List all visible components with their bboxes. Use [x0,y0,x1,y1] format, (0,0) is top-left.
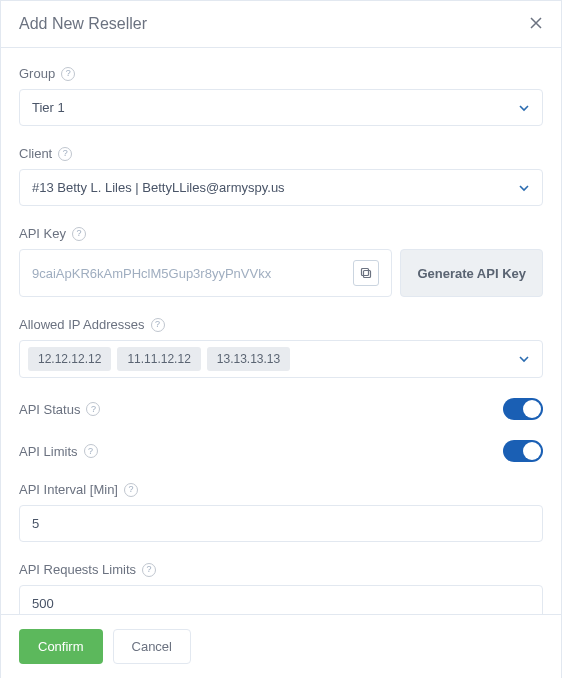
confirm-button[interactable]: Confirm [19,629,103,664]
help-icon[interactable]: ? [124,483,138,497]
ip-tag[interactable]: 13.13.13.13 [207,347,290,371]
modal-title: Add New Reseller [19,15,147,33]
group-value: Tier 1 [32,100,65,115]
api-limits-toggle[interactable] [503,440,543,462]
api-limits-row: API Limits ? [19,440,543,462]
allowed-ips-field: Allowed IP Addresses ? 12.12.12.12 11.11… [19,317,543,378]
help-icon[interactable]: ? [86,402,100,416]
generate-api-key-button[interactable]: Generate API Key [400,249,543,297]
svg-rect-1 [362,269,369,276]
api-status-row: API Status ? [19,398,543,420]
close-icon[interactable] [529,15,543,33]
api-key-row: 9caiApKR6kAmPHclM5Gup3r8yyPnVVkx Generat… [19,249,543,297]
svg-rect-0 [364,271,371,278]
group-select[interactable]: Tier 1 [19,89,543,126]
api-key-input[interactable]: 9caiApKR6kAmPHclM5Gup3r8yyPnVVkx [19,249,392,297]
api-key-field: API Key ? 9caiApKR6kAmPHclM5Gup3r8yyPnVV… [19,226,543,297]
group-label-row: Group ? [19,66,543,81]
copy-icon[interactable] [353,260,379,286]
modal-header: Add New Reseller [1,1,561,48]
api-requests-label: API Requests Limits [19,562,136,577]
api-limits-label-row: API Limits ? [19,444,98,459]
api-status-label-row: API Status ? [19,402,100,417]
modal-body: Group ? Tier 1 Client ? #13 Betty L. Lil… [1,48,561,614]
api-status-label: API Status [19,402,80,417]
cancel-button[interactable]: Cancel [113,629,191,664]
api-requests-input[interactable] [19,585,543,614]
ip-tag[interactable]: 11.11.12.12 [117,347,200,371]
client-select[interactable]: #13 Betty L. Liles | BettyLLiles@armyspy… [19,169,543,206]
chevron-down-icon[interactable] [518,353,534,365]
help-icon[interactable]: ? [142,563,156,577]
modal-footer: Confirm Cancel [1,614,561,678]
api-requests-label-row: API Requests Limits ? [19,562,543,577]
client-value: #13 Betty L. Liles | BettyLLiles@armyspy… [32,180,285,195]
allowed-ips-label: Allowed IP Addresses [19,317,145,332]
allowed-ips-label-row: Allowed IP Addresses ? [19,317,543,332]
api-interval-label: API Interval [Min] [19,482,118,497]
chevron-down-icon [518,102,530,114]
client-label-row: Client ? [19,146,543,161]
api-interval-field: API Interval [Min] ? [19,482,543,542]
allowed-ips-input[interactable]: 12.12.12.12 11.11.12.12 13.13.13.13 [19,340,543,378]
api-requests-field: API Requests Limits ? [19,562,543,614]
ip-tag[interactable]: 12.12.12.12 [28,347,111,371]
client-label: Client [19,146,52,161]
api-interval-input[interactable] [19,505,543,542]
api-limits-label: API Limits [19,444,78,459]
help-icon[interactable]: ? [84,444,98,458]
api-key-label-row: API Key ? [19,226,543,241]
chevron-down-icon [518,182,530,194]
api-key-label: API Key [19,226,66,241]
client-field: Client ? #13 Betty L. Liles | BettyLLile… [19,146,543,206]
api-status-toggle[interactable] [503,398,543,420]
help-icon[interactable]: ? [72,227,86,241]
add-reseller-modal: Add New Reseller Group ? Tier 1 Client ? [0,0,562,678]
group-label: Group [19,66,55,81]
api-key-placeholder: 9caiApKR6kAmPHclM5Gup3r8yyPnVVkx [32,266,271,281]
group-field: Group ? Tier 1 [19,66,543,126]
help-icon[interactable]: ? [61,67,75,81]
help-icon[interactable]: ? [58,147,72,161]
help-icon[interactable]: ? [151,318,165,332]
api-interval-label-row: API Interval [Min] ? [19,482,543,497]
